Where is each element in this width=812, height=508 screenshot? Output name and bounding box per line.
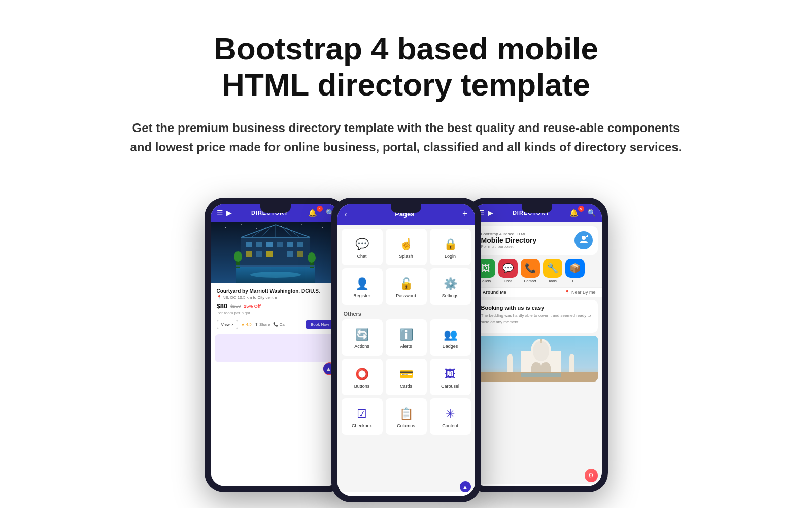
right-search-icon[interactable]: 🔍 [587,209,596,217]
price-discount: 25% Off [244,304,261,309]
center-phone-wrapper: ‹ Pages + 💬 Chat ☝ Splash [331,198,481,502]
actions-icon: 🔄 [355,328,369,341]
right-phone-screen: ☰ ▶ DIRECTORY 🔔 5 🔍 Bootstrap [472,204,602,486]
svg-rect-16 [266,242,273,247]
booking-title: Booking with us is easy [481,305,593,311]
grid-item-buttons[interactable]: ⭕ Buttons [342,359,383,395]
add-page-icon[interactable]: + [462,209,468,219]
notification-badge-right: 5 [578,206,584,212]
columns-label: Columns [397,423,415,428]
chat-label: Chat [357,253,366,259]
notification-badge-left: 5 [317,206,323,212]
right-forward-icon[interactable]: ▶ [488,209,493,217]
tools-label: Tools [548,279,556,283]
menu-icon[interactable]: ☰ [217,209,223,217]
call-button[interactable]: 📞 Call [273,322,286,327]
grid-row-3: 🔄 Actions ℹ️ Alerts 👥 Badges [342,319,471,356]
cards-icon: 💳 [399,368,413,381]
password-label: Password [396,293,416,298]
svg-point-43 [507,354,513,361]
hero-subtitle: Get the premium business directory templ… [127,118,685,157]
phone-notch-left [260,204,291,213]
grid-item-content[interactable]: ✳ Content [430,398,471,435]
alerts-icon: ℹ️ [399,328,413,341]
grid-row-4: ⭕ Buttons 💳 Cards 🖼 Carousel [342,359,471,395]
around-me-text[interactable]: ∨ Around Me [478,290,506,295]
grid-item-splash[interactable]: ☝ Splash [386,229,427,265]
hero-section: Bootstrap 4 based mobile HTML directory … [0,0,812,177]
grid-item-carousel[interactable]: 🖼 Carousel [430,359,471,395]
cat-more[interactable]: 📦 F... [565,259,585,283]
cat-tools[interactable]: 🔧 Tools [543,259,562,283]
settings-label: Settings [442,293,459,298]
grid-item-actions[interactable]: 🔄 Actions [342,319,383,356]
right-bell-icon[interactable]: 🔔 [569,209,578,217]
book-now-button[interactable]: Book Now [306,320,334,329]
cat-contact[interactable]: 📞 Contact [521,259,540,283]
center-scroll-up-button[interactable]: ▲ [460,481,471,492]
category-icons-row: 🖼 Gallery 💬 Chat 📞 Contact 🔧 [472,259,602,287]
hotel-name: Courtyard by Marriott Washington, DC/U.S… [217,288,334,294]
svg-rect-17 [277,242,283,247]
pages-grid: 💬 Chat ☝ Splash 🔒 Login [337,225,475,492]
actions-label: Actions [354,344,369,349]
star-icon: ★ [241,322,245,327]
svg-rect-18 [287,242,293,247]
grid-item-settings[interactable]: ⚙️ Settings [430,268,471,305]
grid-item-register[interactable]: 👤 Register [342,268,383,305]
price-old: $250 [230,304,241,309]
forward-icon[interactable]: ▶ [226,209,232,217]
grid-item-columns[interactable]: 📋 Columns [386,398,427,435]
share-button[interactable]: ⬆ Share [255,322,270,327]
svg-point-6 [322,227,323,228]
left-topbar-right-icons: 🔔 5 🔍 [308,209,334,217]
content-icon: ✳ [446,407,455,421]
left-phone-wrapper: ☰ ▶ DIRECTORY 🔔 5 🔍 [205,198,347,492]
location-pin-icon: 📍 [217,295,222,300]
grid-item-password[interactable]: 🔓 Password [386,268,427,305]
booking-desc: The bedding was hardly able to cover it … [481,313,593,324]
password-icon: 🔓 [399,277,413,291]
settings-icon: ⚙️ [444,277,457,291]
grid-item-chat[interactable]: 💬 Chat [342,229,383,265]
grid-item-login[interactable]: 🔒 Login [430,229,471,265]
hotel-card-2 [215,334,336,362]
taj-mahal-image [476,336,598,382]
svg-rect-23 [287,251,293,257]
svg-rect-31 [236,265,315,267]
svg-rect-20 [246,251,252,257]
near-by-me-text[interactable]: 📍 Near By me [564,290,595,295]
center-phone-screen: ‹ Pages + 💬 Chat ☝ Splash [337,204,475,496]
grid-item-alerts[interactable]: ℹ️ Alerts [386,319,427,356]
intro-sub: For multi purpose. [481,244,574,249]
right-filter-button[interactable]: ⚙ [585,469,598,482]
hotel-actions: View > ★ 4.5 ⬆ Share 📞 Call Book Now [217,320,334,329]
hotel-price-row: $80 $250 25% Off [217,302,334,310]
phone-notch-right [522,204,552,213]
grid-item-badges[interactable]: 👥 Badges [430,319,471,356]
rating-value: 4.5 [246,322,252,327]
right-topbar-right-icons: 🔔 5 🔍 [569,209,596,217]
grid-row-5: ☑ Checkbox 📋 Columns ✳ Content [342,398,471,435]
left-topbar-left-icons: ☰ ▶ [217,209,232,217]
phone-notch-center [391,204,421,213]
svg-point-39 [533,341,549,361]
svg-point-30 [308,252,316,263]
register-icon: 👤 [355,277,369,291]
intro-card: Bootstrap 4 Based HTML Mobile Directory … [476,226,598,255]
more-cat-label: F... [572,279,577,283]
avatar-icon [574,231,593,249]
intro-tag: Bootstrap 4 Based HTML [481,232,574,236]
badges-label: Badges [443,344,458,349]
cat-chat[interactable]: 💬 Chat [498,259,518,283]
grid-item-cards[interactable]: 💳 Cards [386,359,427,395]
svg-point-1 [225,227,226,228]
checkbox-icon: ☑ [357,407,367,421]
view-button[interactable]: View > [217,320,238,329]
intro-text: Bootstrap 4 Based HTML Mobile Directory … [481,232,574,249]
bell-icon[interactable]: 🔔 [308,209,317,217]
others-section-label: Others [342,308,471,319]
grid-item-checkbox[interactable]: ☑ Checkbox [342,398,383,435]
register-label: Register [353,293,370,298]
back-arrow-icon[interactable]: ‹ [345,210,347,219]
